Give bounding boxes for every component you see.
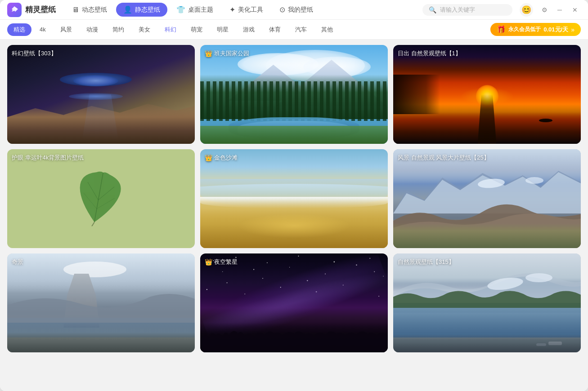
wallpaper-card-scifi[interactable]: 科幻壁纸【303】 xyxy=(7,45,195,144)
search-input[interactable] xyxy=(440,6,506,13)
settings-button[interactable]: ⚙ xyxy=(539,4,550,16)
user-avatar[interactable]: 😊 xyxy=(520,3,533,17)
card-label-scifi: 科幻壁纸【303】 xyxy=(12,49,57,58)
card-image-starry xyxy=(200,253,388,352)
circle-icon: ⊙ xyxy=(279,5,285,14)
tab-dynamic-label: 动态壁纸 xyxy=(82,6,107,14)
cat-other[interactable]: 其他 xyxy=(315,23,339,36)
cat-scenery[interactable]: 风景 xyxy=(54,23,78,36)
svg-point-24 xyxy=(206,289,207,290)
card-image-beach xyxy=(200,149,388,248)
tab-mywallpaper-label: 我的壁纸 xyxy=(288,6,313,14)
cat-sports[interactable]: 体育 xyxy=(263,23,287,36)
tab-dynamic[interactable]: 🖥 动态壁纸 xyxy=(65,3,114,17)
card-image-scenic xyxy=(7,253,195,352)
vip-price: 0.01元/天 xyxy=(543,26,568,34)
content-area[interactable]: 科幻壁纸【303】 xyxy=(0,40,588,391)
card-label-beach: 👑 金色沙滩 xyxy=(205,154,238,162)
app-title: 精灵壁纸 xyxy=(25,4,56,15)
search-icon: 🔍 xyxy=(429,6,436,13)
card-label-starry: 👑 夜空繁星 xyxy=(205,258,238,266)
crown-icon-park: 👑 xyxy=(205,50,212,57)
star-icon: ✦ xyxy=(229,5,235,14)
monitor-icon: 🖥 xyxy=(72,6,79,14)
window-controls: ⚙ ─ ✕ xyxy=(539,4,581,16)
cat-beauty[interactable]: 美女 xyxy=(132,23,157,36)
cat-featured[interactable]: 精选 xyxy=(7,23,31,36)
nav-tabs: 🖥 动态壁纸 👤 静态壁纸 👕 桌面主题 ✦ 美化工具 ⊙ 我的壁纸 xyxy=(65,3,422,17)
svg-point-14 xyxy=(253,269,254,270)
tab-desktop-label: 桌面主题 xyxy=(188,6,213,14)
cat-simple[interactable]: 简约 xyxy=(106,23,130,36)
close-button[interactable]: ✕ xyxy=(569,4,581,16)
logo-area: 精灵壁纸 xyxy=(7,3,56,17)
minimize-button[interactable]: ─ xyxy=(554,4,566,16)
cat-scifi[interactable]: 科幻 xyxy=(158,23,183,36)
wallpaper-card-park[interactable]: 👑 班夫国家公园 xyxy=(200,45,388,144)
vip-arrow-icon: » xyxy=(571,26,575,33)
card-label-sunrise: 日出 自然景观壁纸【1】 xyxy=(398,49,461,58)
card-image-park xyxy=(200,45,388,144)
vip-banner[interactable]: 🎁 永久会员低于 0.01元/天 » xyxy=(490,23,581,36)
tab-desktop[interactable]: 👕 桌面主题 xyxy=(169,3,220,17)
card-label-park: 👑 班夫国家公园 xyxy=(205,49,249,58)
cat-cars[interactable]: 汽车 xyxy=(289,23,313,36)
crown-icon-beach: 👑 xyxy=(205,154,212,161)
wallpaper-card-sunrise[interactable]: 日出 自然景观壁纸【1】 xyxy=(393,45,581,144)
card-image-scifi xyxy=(7,45,195,144)
card-image-mountain xyxy=(393,149,581,248)
card-label-scenic: 奇景 xyxy=(12,258,23,266)
card-image-sunrise xyxy=(393,45,581,144)
titlebar: 精灵壁纸 🖥 动态壁纸 👤 静态壁纸 👕 桌面主题 ✦ 美化工具 ⊙ 我的壁纸 xyxy=(0,0,588,20)
svg-point-10 xyxy=(298,256,299,257)
wallpaper-card-beach[interactable]: 👑 金色沙滩 xyxy=(200,149,388,248)
cat-pets[interactable]: 萌宠 xyxy=(184,23,209,36)
svg-point-0 xyxy=(15,8,17,9)
svg-point-19 xyxy=(227,282,228,283)
shirt-icon: 👕 xyxy=(176,5,185,14)
cat-stars[interactable]: 明星 xyxy=(211,23,235,36)
tab-beauty[interactable]: ✦ 美化工具 xyxy=(222,3,270,17)
search-bar[interactable]: 🔍 xyxy=(422,4,512,16)
category-bar: 精选 4k 风景 动漫 简约 美女 科幻 萌宠 明星 游戏 体育 汽车 其他 🎁… xyxy=(0,20,588,40)
tab-static[interactable]: 👤 静态壁纸 xyxy=(116,3,167,17)
wallpaper-card-scenic[interactable]: 奇景 xyxy=(7,253,195,352)
cat-anime[interactable]: 动漫 xyxy=(80,23,104,36)
logo-icon xyxy=(7,3,22,17)
wallpaper-card-mountain[interactable]: 风景 自然景观 风景大片壁纸【25】 xyxy=(393,149,581,248)
card-label-leaf: 护眼 幸运叶4k背景图片壁纸 xyxy=(12,154,84,162)
wallpaper-card-nature[interactable]: 自然景观壁纸【315】 xyxy=(393,253,581,352)
wallpaper-card-leaf[interactable]: 护眼 幸运叶4k背景图片壁纸 xyxy=(7,149,195,248)
vip-text: 永久会员低于 xyxy=(508,26,541,33)
tab-beauty-label: 美化工具 xyxy=(238,6,263,14)
gift-icon: 🎁 xyxy=(497,25,506,34)
crown-icon-starry: 👑 xyxy=(205,258,212,266)
cat-games[interactable]: 游戏 xyxy=(237,23,261,36)
wallpaper-grid: 科幻壁纸【303】 xyxy=(7,45,581,352)
svg-point-13 xyxy=(222,271,223,272)
user-icon: 👤 xyxy=(123,5,132,14)
svg-point-9 xyxy=(267,262,268,263)
card-image-nature xyxy=(393,253,581,352)
main-window: 精灵壁纸 🖥 动态壁纸 👤 静态壁纸 👕 桌面主题 ✦ 美化工具 ⊙ 我的壁纸 xyxy=(0,0,588,391)
tab-mywallpaper[interactable]: ⊙ 我的壁纸 xyxy=(272,3,320,17)
card-label-mountain: 风景 自然景观 风景大片壁纸【25】 xyxy=(398,154,489,162)
card-label-nature: 自然景观壁纸【315】 xyxy=(398,258,454,266)
card-image-leaf xyxy=(7,149,195,248)
cat-4k[interactable]: 4k xyxy=(33,24,52,35)
tab-static-label: 静态壁纸 xyxy=(135,6,160,14)
wallpaper-card-starry[interactable]: 👑 夜空繁星 xyxy=(200,253,388,352)
